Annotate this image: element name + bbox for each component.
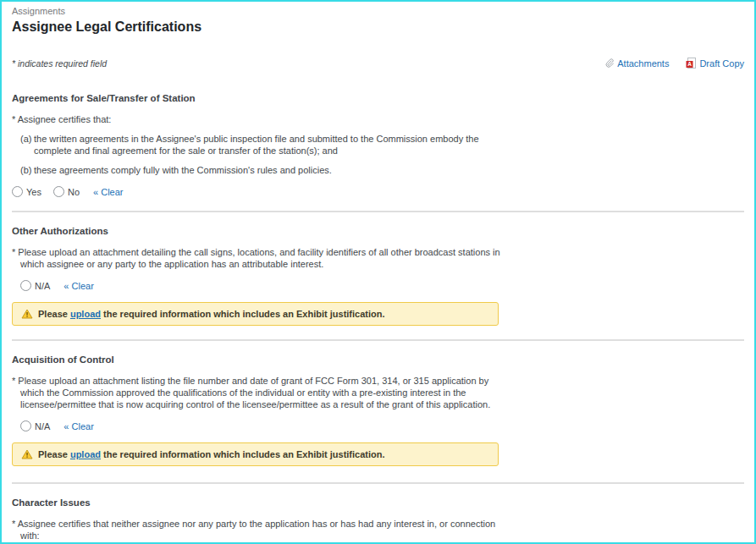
svg-text:A: A [688, 61, 693, 67]
radio-option-yes[interactable]: Yes [12, 186, 41, 197]
radio-button-icon [20, 280, 31, 291]
section-acquisition-of-control: Acquisition of Control * Please upload a… [12, 354, 744, 466]
section-divider [12, 339, 744, 341]
item-text: these agreements comply fully with the C… [34, 164, 332, 176]
breadcrumb[interactable]: Assignments [12, 6, 744, 17]
radio-group-acquisition: N/A « Clear [20, 420, 744, 431]
upload-warning-banner: Please upload the required information w… [12, 302, 499, 326]
radio-group-agreements: Yes No « Clear [12, 186, 744, 197]
radio-option-no[interactable]: No [53, 186, 80, 197]
section-divider [12, 482, 744, 484]
warning-icon [21, 309, 33, 319]
page-title: Assignee Legal Certifications [12, 19, 744, 36]
section-heading: Other Authorizations [12, 225, 744, 237]
radio-option-na[interactable]: N/A [20, 280, 50, 291]
warning-text-prefix: Please [38, 309, 70, 319]
radio-label: N/A [35, 281, 50, 291]
draft-copy-link[interactable]: A Draft Copy [686, 58, 744, 69]
draft-copy-label: Draft Copy [699, 58, 744, 69]
certification-item-b: (b) these agreements comply fully with t… [20, 164, 744, 176]
section-heading: Agreements for Sale/Transfer of Station [12, 92, 744, 104]
certification-item-a: (a) the written agreements in the Assign… [20, 133, 744, 157]
radio-group-other-authorizations: N/A « Clear [20, 280, 744, 291]
warning-text: Please upload the required information w… [38, 309, 385, 319]
upload-link[interactable]: upload [70, 449, 101, 459]
warning-text-prefix: Please [38, 449, 70, 459]
radio-label: N/A [35, 421, 50, 431]
section-divider [12, 211, 744, 212]
section-heading: Character Issues [12, 497, 744, 508]
radio-label: Yes [26, 187, 41, 197]
warning-icon [21, 449, 33, 459]
section-character-issues: Character Issues * Assignee certifies th… [12, 497, 744, 544]
upload-link[interactable]: upload [70, 309, 101, 319]
section-intro: * Assignee certifies that: [12, 113, 508, 125]
pdf-icon: A [686, 58, 696, 69]
section-heading: Acquisition of Control [12, 354, 744, 365]
meta-row: * indicates required field Attachments A… [12, 58, 744, 69]
clear-link[interactable]: « Clear [63, 421, 93, 431]
paperclip-icon [604, 58, 614, 68]
item-label: (a) [20, 133, 34, 157]
radio-label: No [68, 187, 80, 197]
item-label: (b) [20, 164, 34, 176]
warning-text-suffix: the required information which includes … [101, 309, 385, 319]
section-agreements: Agreements for Sale/Transfer of Station … [12, 92, 744, 197]
section-intro: * Please upload an attachment listing th… [12, 375, 508, 410]
section-other-authorizations: Other Authorizations * Please upload an … [12, 225, 744, 326]
item-text: the written agreements in the Assignee's… [34, 133, 495, 157]
warning-text: Please upload the required information w… [38, 449, 385, 459]
radio-option-na[interactable]: N/A [20, 420, 50, 431]
page-container: Assignments Assignee Legal Certification… [2, 2, 754, 544]
clear-link[interactable]: « Clear [63, 281, 93, 291]
radio-button-icon [12, 186, 23, 197]
attachments-label: Attachments [617, 58, 669, 69]
section-intro: * Assignee certifies that neither assign… [12, 518, 508, 541]
attachments-link[interactable]: Attachments [604, 58, 669, 69]
required-field-note: * indicates required field [12, 58, 107, 69]
clear-link[interactable]: « Clear [93, 187, 123, 197]
upload-warning-banner: Please upload the required information w… [12, 442, 499, 466]
radio-button-icon [53, 186, 64, 197]
section-intro: * Please upload an attachment detailing … [12, 246, 508, 270]
radio-button-icon [20, 420, 31, 431]
warning-text-suffix: the required information which includes … [101, 449, 385, 459]
